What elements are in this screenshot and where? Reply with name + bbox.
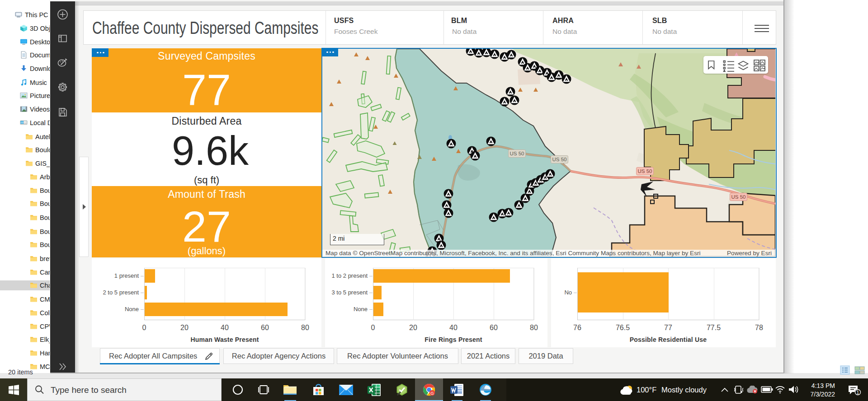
svg-text:1: 1 [857,390,859,395]
svg-text:G: G [430,391,434,396]
